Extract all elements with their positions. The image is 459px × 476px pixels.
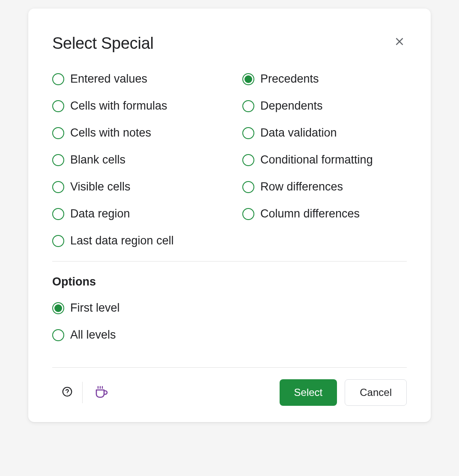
radio-label: Entered values: [70, 72, 147, 86]
radio-label: All levels: [70, 328, 116, 342]
radio-indicator: [52, 100, 64, 112]
radio-indicator: [242, 127, 254, 139]
radio-precedents[interactable]: Precedents: [242, 72, 407, 86]
radio-label: Dependents: [260, 99, 323, 113]
radio-label: Cells with formulas: [70, 99, 167, 113]
radio-label: Last data region cell: [70, 234, 174, 247]
radio-row-differences[interactable]: Row differences: [242, 180, 407, 193]
coffee-icon: [92, 383, 109, 402]
radio-label: Conditional formatting: [260, 153, 373, 167]
radio-blank-cells[interactable]: Blank cells: [52, 153, 217, 167]
selection-column-right: PrecedentsDependentsData validationCondi…: [242, 72, 407, 247]
selection-column-left: Entered valuesCells with formulasCells w…: [52, 72, 217, 247]
radio-all-levels[interactable]: All levels: [52, 328, 407, 342]
help-icon: [62, 386, 73, 399]
radio-indicator: [52, 329, 64, 341]
radio-indicator: [52, 302, 64, 314]
radio-first-level[interactable]: First level: [52, 301, 407, 315]
svg-point-3: [67, 394, 67, 394]
radio-indicator: [242, 208, 254, 220]
radio-indicator: [52, 208, 64, 220]
radio-label: Cells with notes: [70, 126, 151, 140]
radio-label: Data validation: [260, 126, 337, 140]
radio-indicator: [52, 154, 64, 166]
close-button[interactable]: [392, 34, 407, 50]
radio-data-region[interactable]: Data region: [52, 207, 217, 220]
radio-label: Blank cells: [70, 153, 125, 167]
radio-data-validation[interactable]: Data validation: [242, 126, 407, 140]
dialog-title: Select Special: [52, 34, 154, 53]
dialog-header: Select Special: [52, 34, 407, 53]
radio-label: Row differences: [260, 180, 343, 193]
options-group: First levelAll levels: [52, 301, 407, 342]
radio-column-differences[interactable]: Column differences: [242, 207, 407, 220]
radio-label: Visible cells: [70, 180, 131, 193]
select-special-dialog: Select Special Entered valuesCells with …: [28, 9, 431, 422]
radio-visible-cells[interactable]: Visible cells: [52, 180, 217, 193]
cancel-button[interactable]: Cancel: [345, 379, 407, 406]
radio-label: Data region: [70, 207, 130, 220]
radio-indicator: [52, 235, 64, 247]
radio-label: Precedents: [260, 72, 319, 86]
radio-indicator: [52, 73, 64, 85]
footer-right: Select Cancel: [280, 379, 407, 406]
radio-cells-formulas[interactable]: Cells with formulas: [52, 99, 217, 113]
radio-indicator: [242, 73, 254, 85]
radio-label: First level: [70, 301, 120, 315]
help-button[interactable]: [52, 381, 82, 404]
dialog-footer: Select Cancel: [52, 367, 407, 407]
select-button[interactable]: Select: [280, 379, 337, 406]
radio-indicator: [242, 100, 254, 112]
footer-left: [52, 378, 119, 407]
divider: [52, 261, 407, 262]
radio-indicator: [52, 127, 64, 139]
radio-indicator: [52, 181, 64, 193]
radio-dependents[interactable]: Dependents: [242, 99, 407, 113]
radio-cells-notes[interactable]: Cells with notes: [52, 126, 217, 140]
radio-indicator: [242, 181, 254, 193]
radio-last-data-region[interactable]: Last data region cell: [52, 234, 217, 247]
close-icon: [394, 36, 405, 48]
options-heading: Options: [52, 275, 407, 289]
radio-label: Column differences: [260, 207, 360, 220]
coffee-button[interactable]: [83, 378, 119, 407]
selection-type-group: Entered valuesCells with formulasCells w…: [52, 72, 407, 247]
radio-indicator: [242, 154, 254, 166]
radio-entered-values[interactable]: Entered values: [52, 72, 217, 86]
radio-conditional-formatting[interactable]: Conditional formatting: [242, 153, 407, 167]
